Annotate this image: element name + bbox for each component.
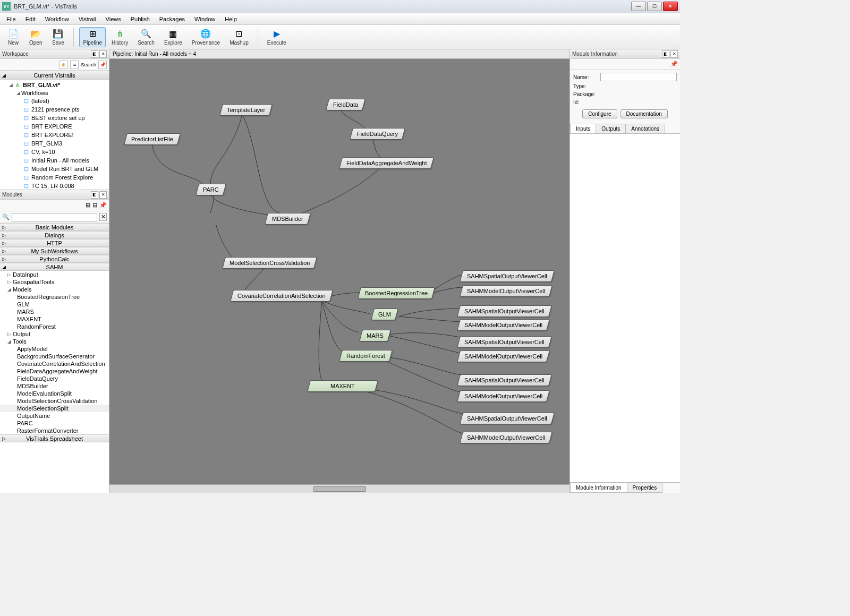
tab-inputs[interactable]: Inputs xyxy=(570,124,596,133)
mod-leaf[interactable]: GLM xyxy=(0,301,109,308)
mod-leaf[interactable]: BackgroundSurfaceGenerator xyxy=(0,353,109,360)
menu-window[interactable]: Window xyxy=(190,15,219,23)
configure-button[interactable]: Configure xyxy=(582,109,617,118)
mod-cat-dialogs[interactable]: ▷Dialogs xyxy=(0,231,109,239)
list-icon[interactable]: ≡ xyxy=(70,61,79,69)
tree-root[interactable]: ◢⋔BRT_GLM.vt* xyxy=(0,81,109,89)
pin-icon[interactable]: 📌 xyxy=(99,202,107,209)
node-ssov[interactable]: SAHMSpatialOutputViewerCell xyxy=(460,413,555,424)
node-smov[interactable]: SAHMModelOutputViewerCell xyxy=(457,350,550,362)
provenance-button[interactable]: 🌐Provenance xyxy=(188,27,224,47)
mod-cat-spreadsheet[interactable]: ▷VisTrails Spreadsheet xyxy=(0,434,109,442)
pipeline-button[interactable]: ⊞Pipeline xyxy=(79,27,106,47)
tree-item[interactable]: ⊡BEST explore set up xyxy=(0,114,109,122)
new-button[interactable]: 📄New xyxy=(3,27,23,47)
tab-outputs[interactable]: Outputs xyxy=(596,124,626,133)
node-ssov[interactable]: SAHMSpatialOutputViewerCell xyxy=(457,336,552,348)
mod-cat-basic[interactable]: ▷Basic Modules xyxy=(0,223,109,231)
mod-sub-datainput[interactable]: ▷DataInput xyxy=(0,271,109,278)
execute-button[interactable]: ▶Execute xyxy=(264,27,290,47)
tree-item[interactable]: ⊡BRT EXPLORE! xyxy=(0,131,109,139)
node-ssov[interactable]: SAHMSpatialOutputViewerCell xyxy=(457,305,552,317)
node-mscv[interactable]: ModelSelectionCrossValidation xyxy=(222,257,317,269)
menu-packages[interactable]: Packages xyxy=(155,15,189,23)
maximize-button[interactable]: ☐ xyxy=(647,2,662,11)
close-panel-button[interactable]: ✕ xyxy=(99,50,107,58)
horizontal-scrollbar[interactable] xyxy=(109,484,570,493)
node-fdq[interactable]: FieldDataQuery xyxy=(350,128,405,140)
tree-item[interactable]: ⊡BRT EXPLORE xyxy=(0,122,109,131)
mod-leaf[interactable]: MARS xyxy=(0,308,109,315)
mod-sub-tools[interactable]: ◢Tools xyxy=(0,338,109,345)
open-button[interactable]: 📂Open xyxy=(26,27,46,47)
mod-leaf[interactable]: ModelEvaluationSplit xyxy=(0,390,109,397)
mod-cat-sahm[interactable]: ◢SAHM xyxy=(0,263,109,271)
tab-properties[interactable]: Properties xyxy=(627,483,663,493)
pipeline-tab[interactable]: Pipeline: Initial Run - All models + 4 xyxy=(109,49,570,59)
mashup-button[interactable]: ⊡Mashup xyxy=(226,27,252,47)
save-button[interactable]: 💾Save xyxy=(48,27,68,47)
tree-item[interactable]: ⊡Model Run BRT and GLM xyxy=(0,165,109,173)
node-mds[interactable]: MDSBuilder xyxy=(265,213,311,225)
mod-icon-2[interactable]: ⊟ xyxy=(92,202,97,209)
tab-module-information[interactable]: Module Information xyxy=(570,483,627,493)
mod-leaf[interactable]: RandomForest xyxy=(0,323,109,330)
node-fdaw[interactable]: FieldDataAggregateAndWeight xyxy=(339,157,434,169)
node-smov[interactable]: SAHMModelOutputViewerCell xyxy=(460,285,552,297)
pin-icon[interactable]: 📌 xyxy=(670,61,678,67)
node-ssov[interactable]: SAHMSpatialOutputViewerCell xyxy=(460,270,555,282)
mod-leaf[interactable]: PARC xyxy=(0,420,109,427)
tree-item[interactable]: ⊡BRT_GLM3 xyxy=(0,139,109,148)
mod-sub-geo[interactable]: ▷GeospatialTools xyxy=(0,278,109,286)
close-panel-button[interactable]: ✕ xyxy=(99,191,107,199)
mod-cat-http[interactable]: ▷HTTP xyxy=(0,239,109,247)
node-template[interactable]: TemplateLayer xyxy=(219,104,273,116)
node-parc[interactable]: PARC xyxy=(196,184,226,195)
mod-leaf[interactable]: MAXENT xyxy=(0,315,109,323)
mod-leaf[interactable]: FieldDataAggregateAndWeight xyxy=(0,367,109,375)
workspace-tree[interactable]: ◢⋔BRT_GLM.vt* ◢Workflows ⊡(latest) ⊡2121… xyxy=(0,80,109,190)
mod-sub-models[interactable]: ◢Models xyxy=(0,286,109,293)
current-vistrails-section[interactable]: ◢Current Vistrails xyxy=(0,71,109,80)
explore-button[interactable]: ▦Explore xyxy=(160,27,186,47)
mod-leaf[interactable]: CovariateCorrelationAndSelection xyxy=(0,360,109,367)
mod-leaf[interactable]: BoostedRegressionTree xyxy=(0,293,109,301)
menu-help[interactable]: Help xyxy=(220,15,241,23)
node-brt[interactable]: BoostedRegressionTree xyxy=(358,287,435,299)
tree-item[interactable]: ⊡Initial Run - All models xyxy=(0,156,109,165)
pipeline-canvas[interactable]: PredictorListFile TemplateLayer FieldDat… xyxy=(109,59,570,484)
tab-annotations[interactable]: Annotations xyxy=(625,124,665,133)
node-rf[interactable]: RandomForest xyxy=(339,350,393,362)
history-button[interactable]: ⋔History xyxy=(108,27,132,47)
undock-button[interactable]: ◧ xyxy=(91,191,98,199)
tree-icon[interactable]: ⊕ xyxy=(60,61,68,69)
mod-leaf[interactable]: MDSBuilder xyxy=(0,382,109,390)
tree-item[interactable]: ⊡CV, k=10 xyxy=(0,148,109,156)
mod-sub-output[interactable]: ▷Output xyxy=(0,330,109,338)
mod-leaf[interactable]: RasterFormatConverter xyxy=(0,427,109,434)
menu-views[interactable]: Views xyxy=(101,15,125,23)
mod-leaf[interactable]: ModelSelectionSplit xyxy=(0,405,109,412)
clear-search-icon[interactable]: ✕ xyxy=(99,213,107,221)
mod-cat-subwf[interactable]: ▷My SubWorkflows xyxy=(0,247,109,255)
tree-item[interactable]: ⊡2121 presence pts xyxy=(0,105,109,114)
mod-cat-pycalc[interactable]: ▷PythonCalc xyxy=(0,255,109,263)
mod-leaf[interactable]: OutputName xyxy=(0,412,109,420)
mod-leaf[interactable]: FieldDataQuery xyxy=(0,375,109,382)
module-search-input[interactable] xyxy=(12,213,97,221)
node-smov[interactable]: SAHMModelOutputViewerCell xyxy=(457,390,550,402)
mod-leaf[interactable]: ModelSelectionCrossValidation xyxy=(0,397,109,405)
tree-item[interactable]: ⊡(latest) xyxy=(0,97,109,105)
node-predictor[interactable]: PredictorListFile xyxy=(124,133,181,145)
tree-item[interactable]: ⊡TC 15, LR 0.008 xyxy=(0,182,109,190)
node-ccas[interactable]: CovariateCorrelationAndSelection xyxy=(230,290,333,302)
menu-vistrail[interactable]: Vistrail xyxy=(74,15,100,23)
minimize-button[interactable]: — xyxy=(631,2,646,11)
undock-button[interactable]: ◧ xyxy=(91,50,98,58)
menu-edit[interactable]: Edit xyxy=(21,15,40,23)
node-glm[interactable]: GLM xyxy=(371,309,398,320)
search-button[interactable]: 🔍Search xyxy=(134,27,158,47)
documentation-button[interactable]: Documentation xyxy=(620,109,668,118)
name-input[interactable] xyxy=(600,73,677,81)
scrollbar-thumb[interactable] xyxy=(313,486,366,492)
